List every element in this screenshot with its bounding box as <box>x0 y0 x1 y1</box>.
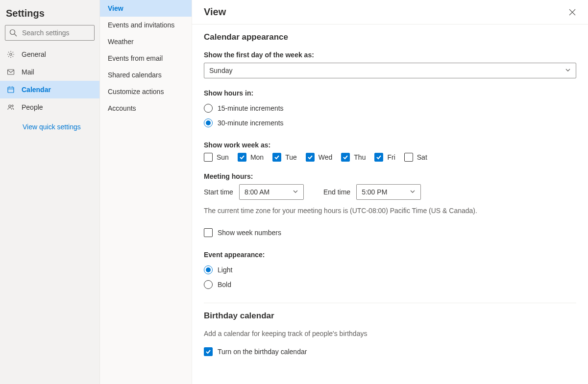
radio-label: Light <box>218 266 232 274</box>
subnav-shared[interactable]: Shared calendars <box>100 67 192 83</box>
people-icon <box>7 103 15 111</box>
day-wed[interactable]: Wed <box>306 153 333 162</box>
svg-line-1 <box>15 34 17 37</box>
radio-button[interactable] <box>204 104 213 113</box>
settings-title: Settings <box>0 5 99 25</box>
show-week-numbers[interactable]: Show week numbers <box>204 225 576 240</box>
day-mon[interactable]: Mon <box>238 153 264 162</box>
sub-nav: View Events and invitations Weather Even… <box>100 0 192 384</box>
hours-label: Show hours in: <box>204 89 576 97</box>
checkbox[interactable] <box>404 153 413 162</box>
svg-rect-3 <box>8 70 14 74</box>
nav-label: Mail <box>22 68 34 76</box>
end-time-label: End time <box>323 188 350 196</box>
day-sat[interactable]: Sat <box>404 153 427 162</box>
hours-option-30[interactable]: 30-minute increments <box>204 116 576 130</box>
birthday-subtext: Add a calendar for keeping track of peop… <box>204 330 576 337</box>
close-button[interactable] <box>566 6 578 18</box>
nav-label: People <box>22 103 43 111</box>
nav-label: Calendar <box>22 86 51 94</box>
nav-calendar[interactable]: Calendar <box>0 81 99 98</box>
checkbox-label: Show week numbers <box>218 229 281 237</box>
chevron-down-icon <box>565 67 571 74</box>
subnav-events[interactable]: Events and invitations <box>100 17 192 33</box>
checkbox[interactable] <box>204 347 213 356</box>
end-time-dropdown[interactable]: 5:00 PM <box>356 184 421 200</box>
timezone-note: The current time zone for your meeting h… <box>204 207 576 215</box>
svg-point-0 <box>10 30 15 35</box>
checkbox[interactable] <box>374 153 383 162</box>
svg-rect-4 <box>8 87 14 93</box>
start-time-label: Start time <box>204 188 233 196</box>
primary-nav: Settings General <box>0 0 100 384</box>
page-title: View <box>204 6 226 18</box>
radio-button[interactable] <box>204 280 213 289</box>
checkbox[interactable] <box>272 153 281 162</box>
day-tue[interactable]: Tue <box>272 153 297 162</box>
svg-point-9 <box>12 105 13 106</box>
end-time-value: 5:00 PM <box>362 188 387 196</box>
search-icon <box>9 29 17 37</box>
subnav-events-email[interactable]: Events from email <box>100 50 192 67</box>
subnav-weather[interactable]: Weather <box>100 33 192 50</box>
day-fri[interactable]: Fri <box>374 153 395 162</box>
checkbox[interactable] <box>204 153 213 162</box>
work-week-days: Sun Mon Tue Wed Thu Fri Sat <box>204 153 576 162</box>
radio-button[interactable] <box>204 119 213 127</box>
event-appearance-bold[interactable]: Bold <box>204 277 576 292</box>
nav-label: General <box>22 50 46 58</box>
view-quick-settings-link[interactable]: View quick settings <box>0 116 99 131</box>
calendar-icon <box>7 86 15 94</box>
work-week-label: Show work week as: <box>204 141 576 149</box>
first-day-label: Show the first day of the week as: <box>204 51 576 59</box>
chevron-down-icon <box>410 188 416 196</box>
day-thu[interactable]: Thu <box>341 153 366 162</box>
search-input[interactable] <box>21 28 90 37</box>
radio-button[interactable] <box>204 265 213 274</box>
svg-point-8 <box>9 105 11 107</box>
nav-general[interactable]: General <box>0 46 99 63</box>
gear-icon <box>7 50 15 58</box>
nav-mail[interactable]: Mail <box>0 63 99 81</box>
birthday-toggle[interactable]: Turn on the birthday calendar <box>204 344 576 359</box>
nav-people[interactable]: People <box>0 98 99 116</box>
first-day-value: Sunday <box>209 67 232 74</box>
day-sun[interactable]: Sun <box>204 153 229 162</box>
birthday-heading: Birthday calendar <box>204 311 576 321</box>
start-time-value: 8:00 AM <box>245 188 270 196</box>
chevron-down-icon <box>293 188 298 196</box>
event-appearance-label: Event appearance: <box>204 251 576 259</box>
first-day-dropdown[interactable]: Sunday <box>204 63 576 78</box>
svg-point-2 <box>10 53 12 55</box>
search-input-wrapper[interactable] <box>5 25 95 41</box>
mail-icon <box>7 68 15 76</box>
start-time-dropdown[interactable]: 8:00 AM <box>239 184 304 200</box>
main-pane: View Calendar appearance Show the first … <box>192 0 588 384</box>
meeting-hours-label: Meeting hours: <box>204 172 576 180</box>
radio-label: 30-minute increments <box>218 119 284 127</box>
checkbox-label: Turn on the birthday calendar <box>218 348 307 356</box>
checkbox[interactable] <box>238 153 246 162</box>
event-appearance-light[interactable]: Light <box>204 263 576 277</box>
checkbox[interactable] <box>341 153 350 162</box>
subnav-view[interactable]: View <box>100 0 192 17</box>
hours-option-15[interactable]: 15-minute increments <box>204 101 576 116</box>
radio-label: Bold <box>218 281 231 288</box>
calendar-appearance-heading: Calendar appearance <box>204 32 576 42</box>
subnav-customize[interactable]: Customize actions <box>100 83 192 100</box>
radio-label: 15-minute increments <box>218 104 284 112</box>
checkbox[interactable] <box>306 153 315 162</box>
checkbox[interactable] <box>204 228 213 237</box>
subnav-accounts[interactable]: Accounts <box>100 100 192 117</box>
